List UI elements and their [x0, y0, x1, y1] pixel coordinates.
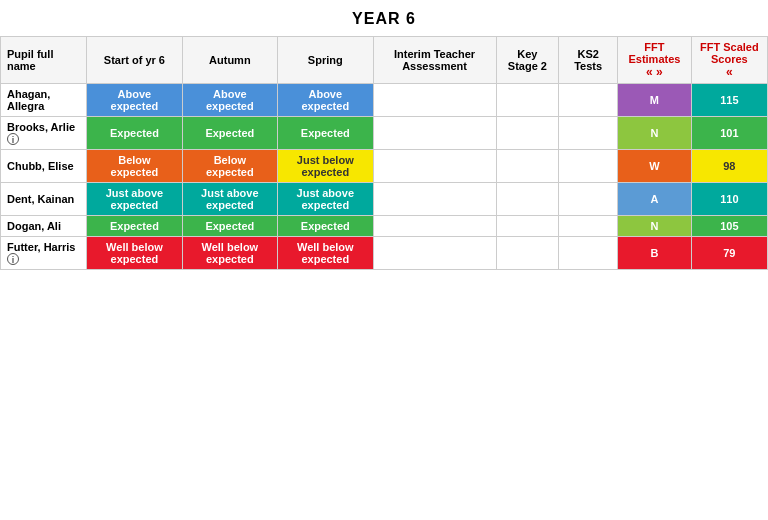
spring-cell: Above expected — [278, 84, 373, 117]
start-yr6-cell: Below expected — [87, 150, 182, 183]
fft-scaled-cell: 105 — [691, 216, 767, 237]
pupil-name-cell: Ahagan, Allegra — [1, 84, 87, 117]
keystage2-cell — [496, 216, 559, 237]
keystage2-cell — [496, 117, 559, 150]
pupil-name: Chubb, Elise — [7, 160, 74, 172]
info-icon: i — [7, 133, 19, 145]
ks2tests-cell — [559, 150, 618, 183]
pupil-name: Brooks, Arlie — [7, 121, 75, 133]
fft-scaled-cell: 115 — [691, 84, 767, 117]
interim-cell — [373, 183, 496, 216]
fft-estimate-cell: A — [618, 183, 692, 216]
table-row: Futter, Harris iWell below expectedWell … — [1, 237, 768, 270]
autumn-cell: Expected — [182, 117, 277, 150]
ks2tests-cell — [559, 84, 618, 117]
fft-estimate-cell: B — [618, 237, 692, 270]
table-row: Ahagan, AllegraAbove expectedAbove expec… — [1, 84, 768, 117]
spring-cell: Well below expected — [278, 237, 373, 270]
header-keystage2: Key Stage 2 — [496, 37, 559, 84]
autumn-cell: Well below expected — [182, 237, 277, 270]
autumn-cell: Expected — [182, 216, 277, 237]
spring-cell: Just above expected — [278, 183, 373, 216]
keystage2-cell — [496, 183, 559, 216]
pupil-name-cell: Chubb, Elise — [1, 150, 87, 183]
ks2tests-cell — [559, 237, 618, 270]
pupil-name-cell: Dogan, Ali — [1, 216, 87, 237]
interim-cell — [373, 150, 496, 183]
header-autumn: Autumn — [182, 37, 277, 84]
fft-estimate-cell: N — [618, 117, 692, 150]
start-yr6-cell: Expected — [87, 216, 182, 237]
pupil-name: Dent, Kainan — [7, 193, 74, 205]
spring-cell: Just below expected — [278, 150, 373, 183]
spring-cell: Expected — [278, 117, 373, 150]
fft-scaled-cell: 98 — [691, 150, 767, 183]
pupil-name: Futter, Harris — [7, 241, 75, 253]
header-spring: Spring — [278, 37, 373, 84]
interim-cell — [373, 84, 496, 117]
main-table: Pupil full name Start of yr 6 Autumn Spr… — [0, 36, 768, 270]
fft-scaled-cell: 79 — [691, 237, 767, 270]
start-yr6-cell: Above expected — [87, 84, 182, 117]
interim-cell — [373, 117, 496, 150]
table-row: Chubb, EliseBelow expectedBelow expected… — [1, 150, 768, 183]
spring-cell: Expected — [278, 216, 373, 237]
table-row: Dogan, AliExpectedExpectedExpectedN105 — [1, 216, 768, 237]
page-title: YEAR 6 — [0, 0, 768, 36]
pupil-name-cell: Dent, Kainan — [1, 183, 87, 216]
start-yr6-cell: Well below expected — [87, 237, 182, 270]
pupil-name: Ahagan, Allegra — [7, 88, 50, 112]
fft-scaled-cell: 101 — [691, 117, 767, 150]
fft-estimate-cell: M — [618, 84, 692, 117]
keystage2-cell — [496, 150, 559, 183]
autumn-cell: Just above expected — [182, 183, 277, 216]
ks2tests-cell — [559, 183, 618, 216]
keystage2-cell — [496, 237, 559, 270]
pupil-name: Dogan, Ali — [7, 220, 61, 232]
header-start-yr6: Start of yr 6 — [87, 37, 182, 84]
keystage2-cell — [496, 84, 559, 117]
header-fft-scaled: FFT Scaled Scores « — [691, 37, 767, 84]
header-ks2tests: KS2 Tests — [559, 37, 618, 84]
table-row: Brooks, Arlie iExpectedExpectedExpectedN… — [1, 117, 768, 150]
start-yr6-cell: Expected — [87, 117, 182, 150]
fft-estimate-cell: W — [618, 150, 692, 183]
fft-scaled-cell: 110 — [691, 183, 767, 216]
ks2tests-cell — [559, 117, 618, 150]
interim-cell — [373, 237, 496, 270]
interim-cell — [373, 216, 496, 237]
header-pupil: Pupil full name — [1, 37, 87, 84]
ks2tests-cell — [559, 216, 618, 237]
autumn-cell: Below expected — [182, 150, 277, 183]
pupil-name-cell: Brooks, Arlie i — [1, 117, 87, 150]
info-icon: i — [7, 253, 19, 265]
table-row: Dent, KainanJust above expectedJust abov… — [1, 183, 768, 216]
header-interim: Interim Teacher Assessment — [373, 37, 496, 84]
fft-estimate-cell: N — [618, 216, 692, 237]
pupil-name-cell: Futter, Harris i — [1, 237, 87, 270]
start-yr6-cell: Just above expected — [87, 183, 182, 216]
header-fft-estimates: FFT Estimates « » — [618, 37, 692, 84]
autumn-cell: Above expected — [182, 84, 277, 117]
